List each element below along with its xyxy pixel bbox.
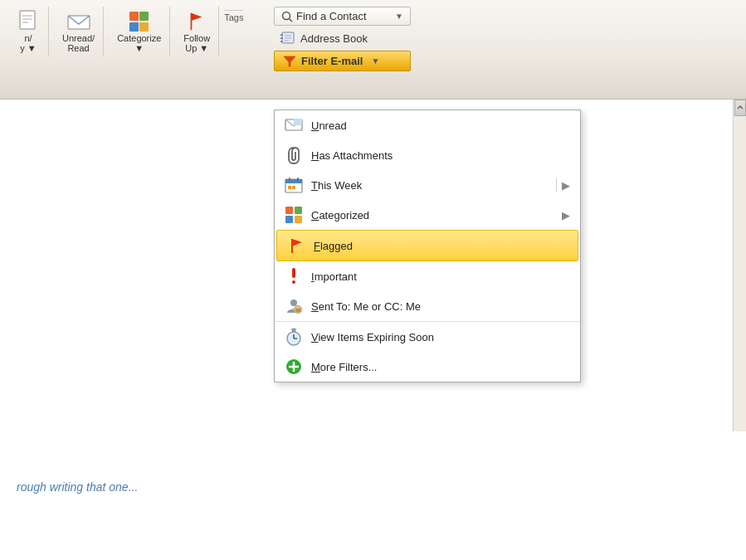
find-contact-label: Find a Contact xyxy=(296,10,367,22)
plus-icon xyxy=(285,358,303,376)
find-contact-arrow: ▼ xyxy=(395,12,403,21)
paperclip-icon xyxy=(285,146,303,164)
menu-item-this-week[interactable]: This Week ▶ xyxy=(275,170,580,200)
flagged-label: Flagged xyxy=(314,240,568,252)
assign-button[interactable]: n/ y ▼ xyxy=(13,8,43,55)
assign-group: n/ y ▼ xyxy=(8,7,49,56)
address-book-button[interactable]: Address Book xyxy=(274,29,411,47)
assign-icon xyxy=(17,10,40,33)
unread-read-group: Unread/ Read xyxy=(54,7,104,56)
sent-to-me-label: Sent To: Me or CC: Me xyxy=(311,300,570,313)
menu-item-categorized[interactable]: Categorized ▶ xyxy=(275,200,580,230)
svg-marker-16 xyxy=(284,56,295,66)
has-attachments-label: Has Attachments xyxy=(311,149,570,162)
search-icon xyxy=(281,11,293,22)
person-icon: ✉ xyxy=(285,297,303,315)
svg-rect-12 xyxy=(280,41,283,42)
menu-item-flagged[interactable]: Flagged xyxy=(276,230,578,261)
follow-up-label2: Up ▼ xyxy=(185,43,208,53)
filter-icon xyxy=(283,56,296,67)
svg-line-8 xyxy=(290,18,293,22)
scrollbar-thumb[interactable] xyxy=(734,100,746,116)
clock-icon xyxy=(285,328,303,346)
unread-read-icon xyxy=(67,10,90,33)
svg-rect-11 xyxy=(280,37,283,39)
svg-text:✉: ✉ xyxy=(295,307,301,314)
tags-label: Tags xyxy=(224,10,243,22)
assign-label: n/ xyxy=(24,33,32,43)
menu-item-unread[interactable]: Unread xyxy=(275,110,580,140)
svg-rect-27 xyxy=(292,268,295,278)
categorized-arrow: ▶ xyxy=(562,209,570,222)
address-book-icon xyxy=(280,32,295,45)
follow-up-group: Follow Up ▼ xyxy=(175,7,219,56)
categorized-label: Categorized xyxy=(311,209,553,222)
menu-item-has-attachments[interactable]: Has Attachments xyxy=(275,140,580,170)
filter-email-button[interactable]: Filter E-mail ▼ xyxy=(274,51,411,71)
follow-up-icon xyxy=(185,10,208,33)
menu-item-sent-to-me[interactable]: ✉ Sent To: Me or CC: Me xyxy=(275,291,580,321)
address-book-label: Address Book xyxy=(300,32,368,45)
ribbon-tags-group: n/ y ▼ Unread/ Read xyxy=(8,7,243,56)
unread-read-label: Unread/ xyxy=(62,33,95,43)
view-expiring-label: View Items Expiring Soon xyxy=(311,331,570,343)
category-icon xyxy=(285,206,303,224)
menu-item-important[interactable]: Important xyxy=(275,261,580,291)
categorize-group: Categorize ▼ xyxy=(109,7,170,56)
menu-item-view-expiring[interactable]: View Items Expiring Soon xyxy=(275,321,580,352)
find-contact-button[interactable]: Find a Contact ▼ xyxy=(274,7,411,26)
filter-email-arrow: ▼ xyxy=(371,56,379,66)
svg-rect-0 xyxy=(20,11,35,29)
ribbon-right-controls: Find a Contact ▼ Address Book Filter E-m… xyxy=(274,7,411,71)
exclamation-icon xyxy=(285,267,303,285)
categorize-button[interactable]: Categorize ▼ xyxy=(114,8,164,55)
categorize-label: Categorize xyxy=(117,33,161,43)
calendar-icon xyxy=(285,176,303,194)
assign-label2: y ▼ xyxy=(20,43,36,53)
envelope-icon xyxy=(285,116,303,134)
this-week-label: This Week xyxy=(311,179,548,192)
svg-rect-10 xyxy=(280,34,283,36)
menu-item-more-filters[interactable]: More Filters... xyxy=(275,352,580,382)
svg-rect-18 xyxy=(294,119,302,125)
svg-rect-28 xyxy=(292,280,295,284)
categorize-arrow: ▼ xyxy=(134,43,144,53)
svg-point-7 xyxy=(283,12,290,19)
svg-rect-23 xyxy=(288,186,291,189)
unread-read-button[interactable]: Unread/ Read xyxy=(59,8,98,55)
svg-marker-6 xyxy=(192,13,202,21)
unread-read-label2: Read xyxy=(67,43,89,53)
svg-point-29 xyxy=(290,299,297,306)
filter-dropdown-menu: Unread Has Attachments This Week ▶ xyxy=(274,110,581,382)
follow-up-label: Follow xyxy=(183,33,210,43)
unread-label: Unread xyxy=(311,119,570,132)
scrollbar[interactable] xyxy=(733,100,746,431)
flag-icon xyxy=(287,236,305,255)
important-label: Important xyxy=(311,270,570,283)
categorize-icon xyxy=(128,10,151,33)
content-text: rough writing that one... xyxy=(17,480,138,494)
this-week-arrow: ▶ xyxy=(556,178,570,192)
filter-email-label: Filter E-mail xyxy=(301,55,363,67)
follow-up-button[interactable]: Follow Up ▼ xyxy=(180,8,213,55)
svg-marker-26 xyxy=(292,239,302,246)
svg-rect-20 xyxy=(285,179,302,183)
svg-rect-24 xyxy=(292,186,295,189)
more-filters-label: More Filters... xyxy=(311,361,570,373)
